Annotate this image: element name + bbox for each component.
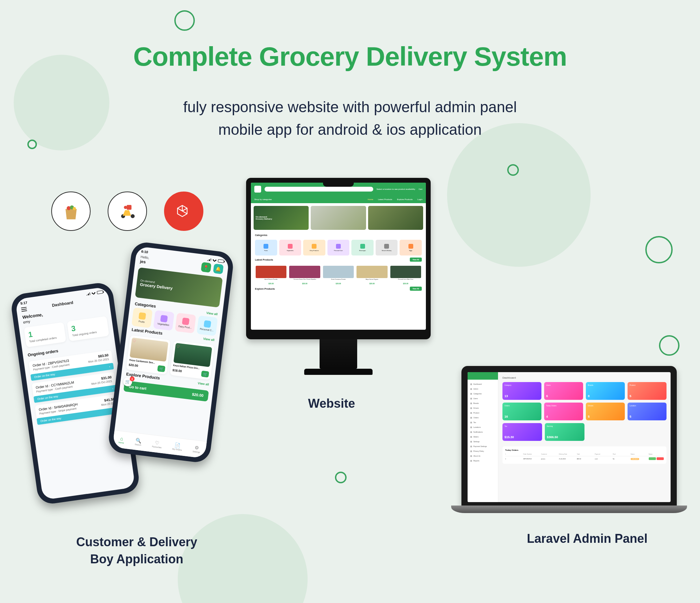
web-search-input[interactable]: [265, 187, 373, 192]
nav-explore-products[interactable]: Explore Products: [397, 198, 413, 200]
status-time: 5:17: [20, 301, 27, 305]
stat-card[interactable]: Category13: [502, 382, 541, 400]
web-hero-banner[interactable]: [311, 206, 366, 230]
web-category-tile[interactable]: Personal Care: [327, 240, 350, 255]
category-tile[interactable]: Vegetables: [153, 310, 174, 331]
web-category-tile[interactable]: Vegetables: [279, 240, 301, 255]
stat-card[interactable]: Product5: [628, 382, 667, 400]
sidebar-item[interactable]: Privacy Policy: [468, 449, 498, 454]
web-category-tile[interactable]: Eggs: [400, 240, 422, 255]
caption-admin: Laravel Admin Panel: [519, 530, 656, 547]
sidebar-item[interactable]: Drivers: [468, 406, 498, 410]
sidebar-item[interactable]: Dashboard: [468, 382, 498, 386]
nav-settings[interactable]: ⚙Settings: [192, 445, 201, 453]
signal-icon: [207, 258, 211, 261]
decor-ring: [659, 335, 679, 356]
view-all-link[interactable]: View all: [206, 311, 218, 316]
sidebar-item[interactable]: Admin: [468, 386, 498, 391]
table-row: 1 ZBPVGN7IU3 jessica 25-10-2021 $83.50 c…: [505, 456, 664, 461]
nav-favourites[interactable]: ♡Favourites: [152, 440, 162, 448]
sidebar-item[interactable]: Payment Settings: [468, 444, 498, 449]
nav-login[interactable]: Login: [417, 198, 422, 200]
sidebar-item[interactable]: Notifications: [468, 430, 498, 434]
nav-search[interactable]: 🔍Search: [135, 438, 142, 446]
cart-count-badge: 1: [130, 376, 135, 382]
stat-card[interactable]: Tax$15.30: [502, 423, 542, 441]
stat-card[interactable]: Brands8: [586, 382, 625, 400]
notifications-button[interactable]: 🔔: [213, 263, 224, 274]
decor-ring: [27, 140, 37, 149]
signal-icon: [86, 292, 90, 296]
web-hero-banner[interactable]: On-demandGrocery Delivery: [254, 206, 309, 230]
tech-chip-row: [51, 192, 203, 231]
sidebar-item[interactable]: Orders: [468, 415, 498, 420]
category-tile[interactable]: Dairy Prod...: [175, 313, 196, 333]
view-all-link[interactable]: View all: [203, 337, 215, 342]
product-card[interactable]: ♡ Keya Cardamom See... $20.00🛒: [126, 335, 171, 375]
web-cart-link[interactable]: Cart: [419, 188, 422, 190]
sidebar-item[interactable]: Categories: [468, 391, 498, 396]
favourite-icon[interactable]: ♡: [132, 338, 136, 343]
today-orders-table: Today Orders #Order NumberCustomerDelive…: [502, 446, 667, 464]
stat-card[interactable]: Drivers5: [586, 403, 625, 420]
svg-point-4: [131, 214, 135, 218]
decor-ring: [174, 10, 195, 31]
page-subheadline: fuly responsive website with powerful ad…: [0, 96, 700, 141]
category-tile[interactable]: Personal C...: [197, 315, 218, 336]
sidebar-item[interactable]: Users: [468, 396, 498, 401]
admin-page-title: Dashboard: [502, 376, 667, 379]
admin-mockup: Dashboard Admin Categories Users Brands …: [461, 366, 677, 513]
web-location-text: Select a location to see product availab…: [377, 188, 415, 190]
web-category-tile[interactable]: Fruits: [255, 240, 277, 255]
decor-ring: [335, 472, 347, 483]
sidebar-item[interactable]: Sliders: [468, 434, 498, 439]
stat-card[interactable]: Today Orders4: [544, 403, 583, 420]
location-button[interactable]: 📍: [201, 262, 211, 273]
nav-home[interactable]: ⌂Home: [118, 436, 125, 444]
battery-icon: [218, 259, 224, 263]
web-category-tile[interactable]: Dairy Products: [303, 240, 325, 255]
view-all-button[interactable]: View All: [410, 287, 422, 291]
stat-ongoing-orders: 3Total ongoing orders: [67, 316, 109, 341]
sidebar-item[interactable]: Brands: [468, 401, 498, 406]
stat-card[interactable]: Earning$366.50: [545, 423, 584, 441]
stat-card[interactable]: Users6: [544, 382, 583, 400]
add-to-cart-button[interactable]: 🛒: [201, 370, 209, 378]
sidebar-item[interactable]: Product: [468, 410, 498, 415]
edit-button[interactable]: [649, 457, 656, 460]
web-hero-banner[interactable]: [368, 206, 423, 230]
nav-orders[interactable]: 📄My Orders: [172, 442, 183, 451]
sidebar-item[interactable]: Tax: [468, 420, 498, 425]
web-category-tile[interactable]: Beverages: [351, 240, 374, 255]
category-tile[interactable]: Fruits: [132, 307, 153, 328]
caption-mobile: Customer & Delivery Boy Application: [68, 534, 205, 568]
menu-icon[interactable]: [21, 309, 27, 310]
favourite-icon[interactable]: ♡: [176, 344, 180, 349]
web-category-tile[interactable]: Bread & Bakery: [376, 240, 398, 255]
decor-ring: [645, 236, 673, 263]
sidebar-item[interactable]: Locations: [468, 425, 498, 430]
web-product-card[interactable]: Aachi Rasam Powder$20.00: [256, 266, 286, 285]
nav-shop-by-categories[interactable]: Shop by categories: [254, 198, 272, 200]
svg-rect-5: [126, 205, 131, 210]
add-to-cart-button[interactable]: 🛒: [157, 365, 165, 372]
web-product-card[interactable]: Pressed Juice Fiber Four$20.00: [390, 266, 421, 285]
delete-button[interactable]: [657, 457, 664, 460]
stat-card[interactable]: Orders16: [502, 403, 541, 420]
view-all-button[interactable]: View All: [410, 258, 422, 262]
web-product-card[interactable]: Maya Kaima Organic$20.00: [356, 266, 387, 285]
product-card[interactable]: ♡ Keya Italian Pizza Ore... $18.00🛒: [170, 341, 214, 380]
sidebar-item[interactable]: Reports: [468, 458, 498, 463]
laravel-icon: [164, 192, 203, 231]
sidebar-item[interactable]: About Us: [468, 454, 498, 458]
web-product-card[interactable]: Fresh Tomatoes Packet$20.00: [323, 266, 354, 285]
web-product-card[interactable]: Princess Seven Pins Private Noodles$20.0…: [289, 266, 320, 285]
nav-home[interactable]: Home: [368, 198, 373, 200]
stat-card[interactable]: Location5: [628, 403, 667, 420]
nav-latest-products[interactable]: Latest Products: [378, 198, 392, 200]
view-all-link[interactable]: View all: [198, 381, 209, 386]
section-title-categories: Categories: [255, 234, 267, 236]
mobile-mockups: 5:17 Dashboard Welcome,emy 1Total comple…: [24, 246, 222, 513]
sidebar-item[interactable]: Settings: [468, 439, 498, 444]
decor-ring: [507, 164, 519, 176]
